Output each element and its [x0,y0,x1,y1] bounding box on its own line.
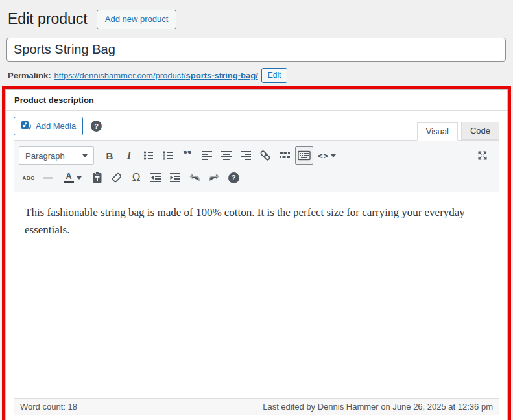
eraser-icon [110,171,123,184]
shortcode-button[interactable]: <> [315,146,339,165]
bold-button[interactable]: B [101,146,119,165]
add-media-button[interactable]: Add Media [14,117,83,135]
help-icon[interactable]: ? [91,121,102,132]
undo-button[interactable] [185,169,204,187]
omega-icon: Ω [132,171,141,184]
numbered-list-button[interactable] [159,146,177,165]
paragraph-dropdown-label: Paragraph [25,151,65,161]
chevron-down-icon [82,154,88,158]
permalink-edit-button[interactable]: Edit [261,68,288,83]
align-right-icon [240,150,252,161]
edit-product-page: Edit product Add new product Permalink: … [0,0,513,420]
align-center-icon [221,150,232,161]
italic-icon: I [127,150,131,161]
redo-button[interactable] [205,169,223,187]
strikethrough-button[interactable]: ABC [19,169,38,187]
undo-icon [188,172,201,183]
help-icon: ? [228,172,239,183]
link-button[interactable] [256,146,274,165]
keyboard-icon [298,150,311,161]
highlight-rectangle: Product description [2,86,511,420]
bold-icon: B [106,150,113,161]
horizontal-rule-button[interactable]: — [39,169,57,187]
paste-as-text-button[interactable] [88,169,106,187]
text-color-icon: A [64,172,74,183]
align-left-icon [201,150,213,161]
chevron-down-icon [77,176,82,180]
editor-content[interactable]: This fashionable string bag is made of 1… [14,192,499,398]
editor-container: Paragraph B I [14,140,499,415]
blockquote-icon: “ [183,151,193,160]
editor-statusbar: Word count: 18 Last edited by Dennis Ham… [14,398,499,415]
permalink-link[interactable]: https://dennishammer.com/product/sports-… [54,71,257,80]
align-left-button[interactable] [198,146,216,165]
toolbar-row-2: ABC — A [19,169,494,187]
outdent-icon [150,172,161,183]
bulleted-list-button[interactable] [139,146,158,165]
media-buttons: Add Media ? [14,117,102,140]
indent-icon [169,172,181,183]
product-title-input[interactable] [6,38,506,62]
permalink-url-base: https://dennishammer.com/product/ [54,71,185,80]
paragraph-dropdown[interactable]: Paragraph [19,146,94,165]
editor-tools: Add Media ? Visual Code [14,117,499,140]
clear-formatting-button[interactable] [108,169,126,187]
permalink-url-slug: sports-string-bag/ [186,71,258,80]
media-icon [21,120,32,132]
horizontal-rule-icon: — [43,172,53,183]
editor-paragraph: This fashionable string bag is made of 1… [25,204,488,239]
redo-icon [208,172,221,183]
chevron-down-icon [331,154,336,158]
outdent-button[interactable] [147,169,165,187]
panel-title: Product description [6,90,507,111]
word-count: Word count: 18 [20,402,77,412]
page-title: Edit product [8,10,88,29]
permalink: Permalink: https://dennishammer.com/prod… [6,67,506,84]
bulleted-list-icon [143,150,154,161]
tab-visual[interactable]: Visual [417,122,458,141]
fullscreen-button[interactable] [473,146,492,165]
special-character-button[interactable]: Ω [127,169,145,187]
page-header: Edit product Add new product [6,10,506,29]
link-icon [259,149,272,162]
editor-help-button[interactable]: ? [224,169,243,187]
product-description-panel: Product description [5,89,508,420]
editor-tabs: Visual Code [414,122,499,140]
add-new-product-button[interactable]: Add new product [97,10,177,29]
read-more-button[interactable] [276,146,294,165]
italic-button[interactable]: I [120,146,138,165]
indent-button[interactable] [166,169,184,187]
align-right-button[interactable] [237,146,255,165]
numbered-list-icon [162,150,174,161]
align-center-button[interactable] [217,146,235,165]
strikethrough-icon: ABC [23,175,35,181]
toolbar-row-1: Paragraph B I [19,146,494,165]
read-more-icon [279,150,291,161]
shortcode-icon: <> [318,151,329,161]
toolbar-toggle-button[interactable] [295,146,313,165]
tab-code[interactable]: Code [461,122,499,140]
add-media-label: Add Media [36,121,76,131]
paste-as-text-icon [91,171,103,184]
editor-toolbar: Paragraph B I [14,141,499,192]
text-color-button[interactable]: A [58,169,87,187]
fullscreen-icon [476,149,489,162]
editor-wrap: Add Media ? Visual Code Paragraph [6,111,507,420]
last-edited: Last edited by Dennis Hammer on June 26,… [263,402,493,412]
blockquote-button[interactable]: “ [178,146,197,165]
permalink-label: Permalink: [8,71,51,80]
